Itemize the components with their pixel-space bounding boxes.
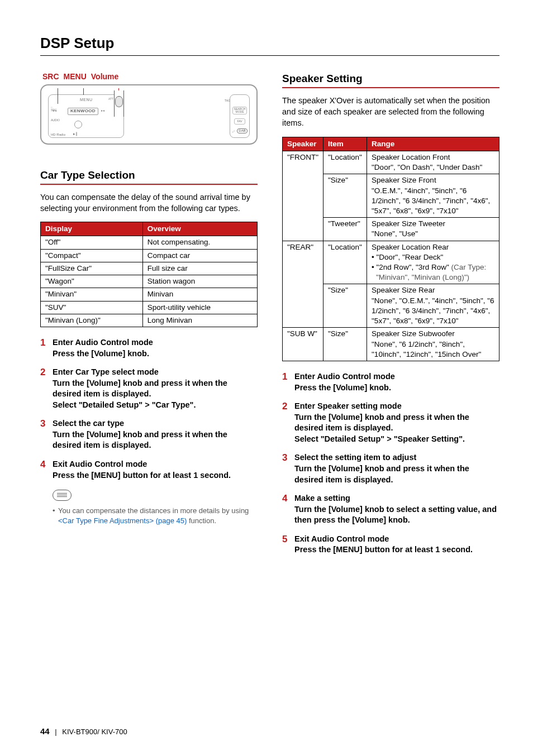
step-body: Turn the [Volume] knob and press it when… — [294, 412, 499, 445]
label-volume: Volume — [91, 71, 119, 82]
speaker-intro: The speaker X'Over is automatically set … — [282, 95, 499, 129]
section-title-speaker: Speaker Setting — [282, 71, 499, 86]
step-item: Select the car typeTurn the [Volume] kno… — [40, 418, 258, 451]
cell-overview: Station wagon — [142, 275, 257, 288]
cell-item: "Tweeter" — [323, 218, 367, 241]
device-main-unit: MENU ATT ○SRC ▸◂ KENWOOD ▸◂ AUDIO HD Rad… — [48, 94, 124, 138]
cell-range: Speaker Size Front "O.E.M.", "4inch", "5… — [367, 174, 499, 218]
cell-item: "Size" — [323, 284, 367, 328]
th-display: Display — [41, 222, 143, 236]
step-body: Press the [Volume] knob. — [53, 348, 258, 360]
step-item: Exit Audio Control modePress the [MENU] … — [282, 534, 499, 556]
car-type-table: Display Overview "Off"Not compensating."… — [40, 222, 258, 327]
step-title: Select the car type — [53, 418, 258, 429]
step-title: Make a setting — [294, 493, 499, 504]
step-item: Enter Speaker setting modeTurn the [Volu… — [282, 401, 499, 444]
step-body: Turn the [Volume] knob and press it when… — [53, 429, 258, 451]
step-item: Enter Audio Control modePress the [Volum… — [282, 371, 499, 393]
table-row: "REAR""Location"Speaker Location Rear• "… — [283, 241, 499, 284]
th-overview: Overview — [142, 222, 257, 236]
cell-display: "Minivan" — [41, 288, 143, 301]
step-title: Enter Audio Control mode — [294, 371, 499, 382]
step-item: Enter Car Type select modeTurn the [Volu… — [40, 367, 258, 410]
speaker-steps: Enter Audio Control modePress the [Volum… — [282, 371, 499, 556]
cell-display: "SUV" — [41, 301, 143, 314]
table-row: "Compact"Compact car — [41, 249, 258, 262]
right-arrow-icon: ▸◂ — [101, 108, 104, 113]
footer-separator: | — [55, 728, 56, 736]
car-type-intro: You can compensate the delay of the soun… — [40, 192, 258, 214]
cell-display: "FullSize Car" — [41, 262, 143, 275]
cell-display: "Wagon" — [41, 275, 143, 288]
brand-label: KENWOOD — [68, 108, 98, 115]
cell-range: Speaker Location Front "Door", "On Dash"… — [367, 151, 499, 174]
model-name: KIV-BT900/ KIV-700 — [62, 728, 127, 736]
title-rule — [40, 55, 499, 56]
cell-display: "Compact" — [41, 249, 143, 262]
device-side-unit: TAG SEARCH MODE FAV ⎯⊂ DAB — [230, 94, 250, 138]
label-src: SRC — [42, 71, 59, 82]
th-range: Range — [367, 137, 499, 151]
table-row: "FRONT""Location"Speaker Location Front … — [283, 151, 499, 174]
table-row: "Minivan"Minivan — [41, 288, 258, 301]
step-body: Turn the [Volume] knob and press it when… — [294, 463, 499, 485]
step-title: Exit Audio Control mode — [53, 459, 258, 470]
step-item: Enter Audio Control modePress the [Volum… — [40, 337, 258, 359]
note-post: function. — [187, 516, 216, 525]
step-body: Press the [MENU] button for at least 1 s… — [294, 544, 499, 556]
table-row: "SUB W""Size"Speaker Size Subwoofer "Non… — [283, 328, 499, 361]
step-title: Select the setting item to adjust — [294, 452, 499, 463]
table-row: "Off"Not compensating. — [41, 236, 258, 249]
step-title: Enter Car Type select mode — [53, 367, 258, 378]
step-body: Turn the [Volume] knob to select a setti… — [294, 504, 499, 526]
cell-item: "Size" — [323, 328, 367, 361]
volume-knob-icon — [115, 96, 123, 107]
cell-overview: Full size car — [142, 262, 257, 275]
cell-range: Speaker Location Rear• "Door", "Rear Dec… — [367, 241, 499, 284]
cell-overview: Sport-utility vehicle — [142, 301, 257, 314]
volume-knob-housing — [114, 90, 124, 117]
device-diagram: MENU ATT ○SRC ▸◂ KENWOOD ▸◂ AUDIO HD Rad… — [40, 84, 258, 145]
chevron-icon: > — [145, 400, 149, 409]
section-rule — [40, 184, 258, 185]
step-title: Exit Audio Control mode — [294, 534, 499, 545]
cell-range: Speaker Size Tweeter "None", "Use" — [367, 218, 499, 241]
cell-item: "Location" — [323, 151, 367, 174]
th-speaker: Speaker — [283, 137, 323, 151]
table-row: "FullSize Car"Full size car — [41, 262, 258, 275]
step-body: Press the [Volume] knob. — [294, 382, 499, 394]
device-att-label: ATT — [108, 97, 113, 101]
cell-item: "Size" — [323, 174, 367, 218]
note-link[interactable]: <Car Type Fine Adjustments> (page 45) — [58, 516, 187, 525]
step-body: Turn the [Volume] knob and press it when… — [53, 378, 258, 411]
table-row: "Wagon"Station wagon — [41, 275, 258, 288]
device-audio-label: AUDIO — [51, 118, 60, 122]
dab-badge: DAB — [237, 128, 247, 133]
tag-label: TAG — [225, 99, 230, 103]
speaker-table: Speaker Item Range "FRONT""Location"Spea… — [282, 137, 499, 361]
right-column: Speaker Setting The speaker X'Over is au… — [282, 71, 499, 563]
car-type-steps: Enter Audio Control modePress the [Volum… — [40, 337, 258, 481]
cell-overview: Compact car — [142, 249, 257, 262]
fav-button: FAV — [234, 118, 245, 125]
step-title: Enter Audio Control mode — [53, 337, 258, 348]
left-column: SRC MENU Volume MENU ATT ○SRC ▸◂ KENWOOD… — [40, 71, 258, 563]
table-row: "SUV"Sport-utility vehicle — [41, 301, 258, 314]
step-item: Exit Audio Control modePress the [MENU] … — [40, 459, 258, 481]
note-icon — [53, 490, 72, 501]
step-item: Select the setting item to adjustTurn th… — [282, 452, 499, 485]
label-menu: MENU — [64, 71, 87, 82]
cell-speaker: "REAR" — [283, 241, 323, 328]
cell-overview: Minivan — [142, 288, 257, 301]
cell-speaker: "SUB W" — [283, 328, 323, 361]
cell-overview: Long Minivan — [142, 314, 257, 327]
step-item: Make a settingTurn the [Volume] knob to … — [282, 493, 499, 526]
page-title: DSP Setup — [40, 34, 499, 53]
usb-icon: ⎯⊂ — [232, 129, 235, 133]
chevron-icon: > — [387, 434, 391, 443]
page-footer: 44 | KIV-BT900/ KIV-700 — [40, 726, 127, 737]
section-rule — [282, 87, 499, 88]
table-row: "Minivan (Long)"Long Minivan — [41, 314, 258, 327]
cell-speaker: "FRONT" — [283, 151, 323, 241]
hd-radio-label: HD Radio — [51, 132, 65, 137]
